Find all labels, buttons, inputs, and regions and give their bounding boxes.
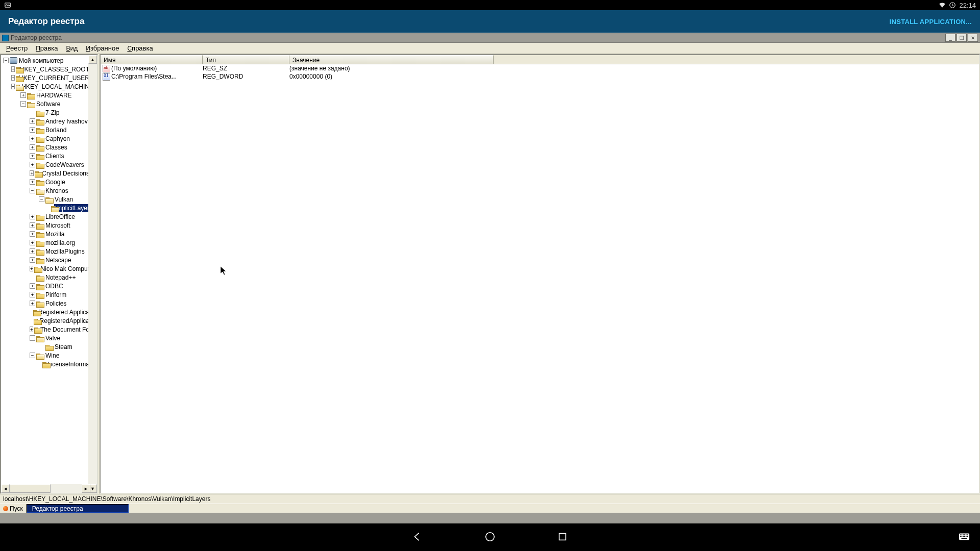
nav-back-button[interactable] bbox=[412, 531, 423, 544]
expander-icon[interactable]: − bbox=[3, 58, 9, 63]
scroll-thumb[interactable] bbox=[10, 484, 51, 493]
tree-label[interactable]: CodeWeavers bbox=[44, 161, 85, 169]
tree-hardware[interactable]: HARDWARE bbox=[35, 91, 73, 99]
expander-icon[interactable]: + bbox=[30, 292, 35, 297]
menu-help[interactable]: Справка bbox=[123, 43, 157, 54]
tree-item[interactable]: +Crystal Decisions bbox=[2, 169, 90, 178]
tree-item[interactable]: +ODBC bbox=[2, 282, 90, 290]
tree-item[interactable]: +CodeWeavers bbox=[2, 160, 90, 169]
install-application-link[interactable]: INSTALL APPLICATION... bbox=[890, 18, 972, 26]
tree-label[interactable]: Netscape bbox=[44, 256, 72, 264]
menu-view[interactable]: Вид bbox=[62, 43, 82, 54]
tree-item[interactable]: RegisteredApplica bbox=[2, 316, 90, 325]
expander-icon[interactable]: + bbox=[30, 327, 33, 332]
tree-hkcu[interactable]: HKEY_CURRENT_USER bbox=[18, 74, 90, 82]
tree-label[interactable]: Policies bbox=[44, 299, 67, 308]
values-list[interactable]: (По умолчанию)REG_SZ(значение не задано)… bbox=[101, 64, 979, 81]
expander-icon[interactable]: + bbox=[30, 170, 34, 176]
tree-label[interactable]: Notepad++ bbox=[44, 273, 77, 282]
scroll-track[interactable] bbox=[88, 64, 97, 484]
expander-icon[interactable]: + bbox=[30, 144, 35, 150]
tree-label[interactable]: Crystal Decisions bbox=[41, 169, 90, 178]
expander-icon[interactable]: + bbox=[30, 231, 35, 237]
tree-steam[interactable]: Steam bbox=[54, 343, 74, 351]
tree-item[interactable]: +mozilla.org bbox=[2, 238, 90, 247]
tree-item[interactable]: +Andrey Ivashov bbox=[2, 117, 90, 126]
tree-vertical-scrollbar[interactable]: ▲ ▼ bbox=[88, 55, 97, 493]
expander-icon[interactable]: − bbox=[30, 188, 35, 193]
scroll-right-button[interactable]: ► bbox=[82, 484, 90, 493]
tree-label[interactable]: MozillaPlugins bbox=[44, 247, 86, 256]
tree-label[interactable]: Caphyon bbox=[44, 135, 71, 143]
expander-icon[interactable]: + bbox=[30, 283, 35, 289]
tree-label[interactable]: Registered Applica bbox=[37, 308, 90, 316]
tree-horizontal-scrollbar[interactable]: ◄ ► bbox=[1, 484, 90, 493]
taskbar-item-regedit[interactable]: Редактор реестра bbox=[27, 504, 129, 513]
expander-icon[interactable]: + bbox=[20, 92, 26, 98]
expander-icon[interactable]: + bbox=[30, 214, 35, 219]
expander-icon[interactable]: − bbox=[20, 101, 26, 107]
tree-item[interactable]: +Clients bbox=[2, 152, 90, 160]
scroll-track[interactable] bbox=[10, 484, 82, 493]
nav-recent-button[interactable] bbox=[557, 531, 568, 544]
menu-registry[interactable]: Реестр bbox=[2, 43, 32, 54]
tree-item[interactable]: +Policies bbox=[2, 299, 90, 308]
tree-item[interactable]: +Caphyon bbox=[2, 134, 90, 143]
expander-icon[interactable]: − bbox=[30, 335, 35, 341]
expander-icon[interactable]: + bbox=[30, 240, 35, 245]
tree-label[interactable]: The Document Fo bbox=[39, 325, 90, 334]
scroll-up-button[interactable]: ▲ bbox=[88, 55, 97, 64]
registry-tree[interactable]: −Мой компьютер +HKEY_CLASSES_ROOT +HKEY_… bbox=[1, 55, 90, 378]
tree-item[interactable]: +MozillaPlugins bbox=[2, 247, 90, 256]
column-type[interactable]: Тип bbox=[203, 55, 289, 64]
expander-icon[interactable]: + bbox=[30, 162, 35, 167]
tree-item[interactable]: +The Document Fo bbox=[2, 325, 90, 334]
expander-icon[interactable]: − bbox=[11, 84, 15, 89]
minimize-button[interactable]: _ bbox=[945, 34, 955, 42]
expander-icon[interactable]: + bbox=[11, 66, 15, 72]
tree-item[interactable]: +Google bbox=[2, 178, 90, 186]
tree-item[interactable]: +Microsoft bbox=[2, 221, 90, 230]
tree-item[interactable]: +Mozilla bbox=[2, 230, 90, 238]
column-name[interactable]: Имя bbox=[101, 55, 203, 64]
tree-hklm[interactable]: HKEY_LOCAL_MACHIN bbox=[20, 83, 90, 91]
tree-item[interactable]: 7-Zip bbox=[2, 108, 90, 117]
tree-implicitlayers[interactable]: ImplicitLayer bbox=[54, 204, 90, 212]
expander-icon[interactable]: + bbox=[30, 136, 35, 141]
expander-icon[interactable]: − bbox=[39, 196, 44, 202]
tree-software[interactable]: Software bbox=[35, 100, 61, 108]
expander-icon[interactable]: + bbox=[30, 153, 35, 159]
expander-icon[interactable]: + bbox=[30, 127, 35, 133]
tree-label[interactable]: Microsoft bbox=[44, 221, 71, 230]
tree-label[interactable]: Piriform bbox=[44, 291, 67, 299]
expander-icon[interactable]: + bbox=[30, 248, 35, 254]
tree-label[interactable]: Classes bbox=[44, 143, 68, 152]
scroll-left-button[interactable]: ◄ bbox=[1, 484, 10, 493]
keyboard-icon[interactable] bbox=[959, 532, 970, 543]
tree-item[interactable]: +Nico Mak Comput bbox=[2, 264, 90, 273]
tree-item[interactable]: +Piriform bbox=[2, 290, 90, 299]
tree-item[interactable]: Registered Applica bbox=[2, 308, 90, 316]
tree-item[interactable]: +Netscape bbox=[2, 256, 90, 264]
start-button[interactable]: Пуск bbox=[0, 504, 27, 513]
tree-label[interactable]: Nico Mak Comput bbox=[40, 265, 90, 273]
tree-item[interactable]: +Borland bbox=[2, 126, 90, 134]
tree-hkcr[interactable]: HKEY_CLASSES_ROOT bbox=[19, 65, 90, 73]
tree-label[interactable]: mozilla.org bbox=[44, 239, 76, 247]
tree-licenseinfo[interactable]: LicenseInforma bbox=[46, 360, 90, 368]
tree-label[interactable]: RegisteredApplica bbox=[39, 317, 90, 325]
tree-label[interactable]: LibreOffice bbox=[44, 213, 76, 221]
tree-label[interactable]: Andrey Ivashov bbox=[44, 117, 89, 126]
maximize-button[interactable]: ❐ bbox=[957, 34, 967, 42]
expander-icon[interactable]: + bbox=[30, 266, 33, 271]
expander-icon[interactable]: + bbox=[30, 300, 35, 306]
tree-label[interactable]: 7-Zip bbox=[44, 109, 60, 117]
tree-root[interactable]: Мой компьютер bbox=[18, 57, 64, 65]
menu-favorites[interactable]: Избранное bbox=[82, 43, 123, 54]
menu-edit[interactable]: Правка bbox=[32, 43, 62, 54]
expander-icon[interactable]: − bbox=[30, 353, 35, 358]
tree-vulkan[interactable]: Vulkan bbox=[54, 195, 74, 204]
close-button[interactable]: ✕ bbox=[968, 34, 978, 42]
expander-icon[interactable]: + bbox=[30, 118, 35, 124]
expander-icon[interactable]: + bbox=[30, 179, 35, 185]
